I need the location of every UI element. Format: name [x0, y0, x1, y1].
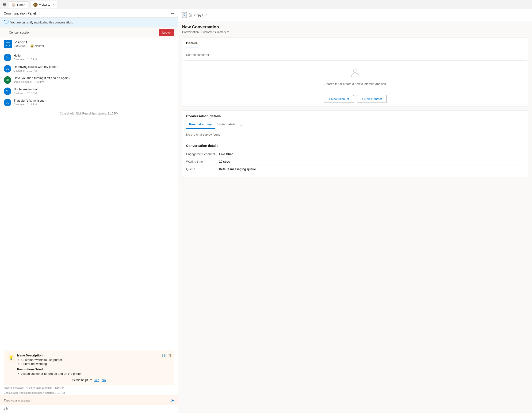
message-content: No, let me try that. Customer - 1:10 PM	[14, 87, 174, 94]
communication-panel: Communication Panel — You are currently …	[0, 9, 178, 413]
message-meta: Customer - 1:10 PM	[14, 58, 174, 61]
table-row: Engagement channel Live Chat	[186, 150, 524, 158]
right-panel: Copy URL New Conversation Conversation ·…	[178, 9, 532, 413]
message-meta: Customer - 1:11 PM	[14, 103, 174, 106]
tab-visitor-details[interactable]: Visitor details	[215, 120, 238, 129]
consult-bar: ← Consult session Leave	[0, 27, 178, 38]
right-header: Copy URL	[178, 9, 532, 21]
table-row: Waiting time 10 secs	[186, 158, 524, 165]
hamburger-icon[interactable]: ☰	[2, 1, 7, 8]
home-icon: 🏠	[12, 3, 16, 7]
consult-arrow-icon: ←	[4, 31, 7, 35]
message-input-area: ➤	[0, 395, 178, 413]
send-button[interactable]: ➤	[171, 398, 174, 403]
conversation-detail-block: Conversation details Engagement channel …	[182, 140, 528, 177]
home-tab[interactable]: 🏠 Home	[9, 1, 28, 8]
ai-copy-button[interactable]: 📋	[167, 354, 171, 357]
ai-summary-panel: 💡 Issue Description: Customer wants to u…	[4, 351, 174, 385]
svg-point-6	[353, 69, 357, 73]
customer-placeholder-text: Search for or create a new customer, and…	[324, 82, 386, 86]
details-section: Details --- Search for or create a new c…	[182, 38, 528, 107]
consult-info: ← Consult session	[4, 31, 30, 35]
chat-header: Visitor 1 00:00:54 | 😐 Neutral	[0, 38, 178, 51]
chat-visitor-info: Visitor 1 00:00:54 | 😐 Neutral	[15, 40, 44, 48]
ai-info-button[interactable]: ℹ️	[162, 354, 165, 357]
main-container: Communication Panel — You are currently …	[0, 9, 532, 413]
conversation-details-section: Conversation details Pre-chat survey Vis…	[182, 111, 528, 177]
breadcrumb-separator: ·	[200, 30, 200, 34]
sentiment-label: Neutral	[35, 44, 44, 48]
avatar: CU	[4, 65, 11, 73]
panel-title: Communication Panel	[4, 11, 36, 15]
message-text: Have you tried turning it off and on aga…	[14, 76, 174, 80]
visitor1-tab-label: Visitor 1	[39, 3, 50, 6]
conversation-details-title: Conversation details	[182, 111, 528, 120]
ai-yes-link[interactable]: Yes	[94, 378, 99, 382]
chat-visitor-name: Visitor 1	[15, 40, 44, 44]
message-input-bar: ➤	[0, 395, 178, 405]
queue-value: Default messaging queue	[219, 167, 256, 171]
consult-label: Consult session	[9, 31, 30, 34]
message-meta: Jamie Campbell - 1:10 PM	[14, 81, 174, 83]
message-content: That didn't fix my issue. Customer - 1:1…	[14, 99, 174, 106]
list-item: Customer wants to use printer.	[21, 358, 160, 362]
message-input[interactable]	[4, 399, 171, 402]
input-toolbar	[0, 405, 178, 413]
conv-tab-more-button[interactable]: ...	[238, 120, 245, 129]
search-customer-input[interactable]	[186, 53, 519, 56]
ai-generated-label: Internal message - AI-generated Summary …	[0, 385, 178, 390]
avatar: JC	[4, 76, 11, 84]
chat-avatar	[4, 40, 12, 48]
copy-url-icon	[189, 13, 192, 17]
avatar: CU	[4, 87, 11, 95]
ai-helpful: Is this helpful? Yes No	[7, 378, 171, 382]
breadcrumb-dropdown-icon[interactable]: ∨	[227, 30, 229, 34]
breadcrumb: Conversation · Customer summary ∨	[182, 30, 528, 34]
minimize-button[interactable]: —	[171, 11, 174, 16]
engagement-channel-value: Live Chat	[219, 152, 233, 156]
tab-prechat-survey[interactable]: Pre-chat survey	[186, 120, 215, 129]
visitor1-tab[interactable]: V1 Visitor 1 ✕	[30, 1, 57, 9]
waiting-time-value: 10 secs	[219, 160, 230, 163]
list-item: Asked customer to turn off and on the pr…	[21, 372, 160, 375]
new-buttons: + New Account + New Contact	[182, 91, 528, 106]
sentiment-icon: 😐	[30, 44, 34, 48]
engagement-channel-label: Engagement channel	[186, 152, 219, 156]
list-item: Printer not working.	[21, 362, 160, 366]
new-account-button[interactable]: + New Account	[324, 95, 354, 103]
search-customer-dots: ---	[521, 53, 524, 56]
consult-initiated-label: Consult with Nick Russell has been initi…	[0, 390, 178, 395]
ai-actions: ℹ️ 📋	[162, 354, 171, 357]
svg-rect-2	[6, 43, 10, 45]
avatar: CU	[4, 99, 11, 106]
list-item: CU I'm having issues with my printer Cus…	[4, 65, 174, 73]
add-participant-icon[interactable]	[4, 407, 9, 412]
customer-placeholder-icon	[350, 66, 361, 80]
ai-content: Issue Description: Customer wants to use…	[17, 354, 160, 376]
message-meta: Customer - 1:10 PM	[14, 92, 174, 94]
title-bar: ☰ 🏠 Home V1 Visitor 1 ✕	[0, 0, 532, 9]
back-button[interactable]	[182, 12, 187, 18]
message-content: Hello Customer - 1:10 PM	[14, 54, 174, 61]
ai-issue-title: Issue Description:	[17, 354, 160, 357]
svg-rect-5	[189, 14, 191, 17]
visitor1-tab-close[interactable]: ✕	[52, 3, 54, 6]
ai-resolution-bullets: Asked customer to turn off and on the pr…	[17, 372, 160, 375]
svg-point-3	[5, 407, 7, 409]
svg-point-1	[4, 20, 5, 21]
chat-area: Visitor 1 00:00:54 | 😐 Neutral CU	[0, 38, 178, 413]
consult-started-label: Consult with Nick Russell has started. 1…	[4, 110, 174, 117]
new-contact-button[interactable]: + New Contact	[357, 95, 387, 103]
ai-no-link[interactable]: No	[102, 378, 106, 382]
home-tab-label: Home	[17, 3, 25, 7]
chat-timer: 00:00:54	[15, 44, 26, 48]
waiting-time-label: Waiting time	[186, 160, 219, 163]
messages-area: CU Hello Customer - 1:10 PM CU I'm havin…	[0, 51, 178, 351]
ai-helpful-label: Is this helpful?	[72, 378, 92, 382]
customer-placeholder: Search for or create a new customer, and…	[182, 61, 528, 91]
monitoring-text: You are currently monitoring this conver…	[10, 21, 73, 24]
copy-url-label: Copy URL	[194, 13, 208, 17]
new-conversation-title: New Conversation	[182, 25, 528, 29]
ai-header: 💡 Issue Description: Customer wants to u…	[7, 354, 171, 376]
leave-button[interactable]: Leave	[159, 29, 174, 36]
